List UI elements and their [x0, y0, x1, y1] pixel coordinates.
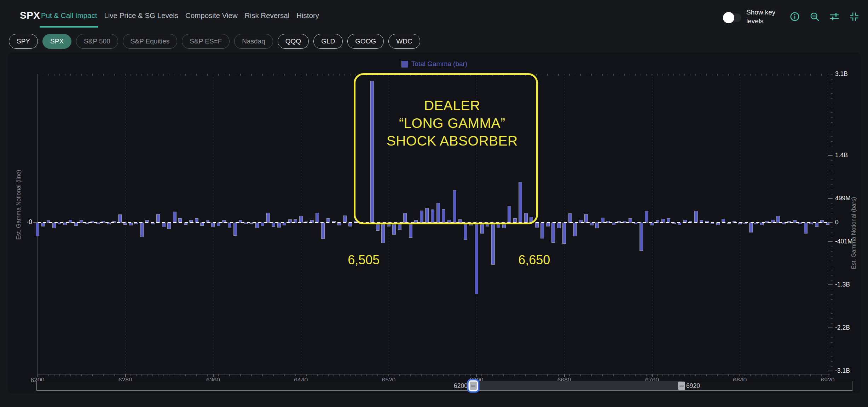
toggle-knob — [723, 12, 734, 23]
ticker-pill-s-p-equities[interactable]: S&P Equities — [123, 34, 178, 49]
slider-handle-right[interactable] — [678, 382, 685, 390]
y-tick-dash — [828, 371, 833, 371]
info-icon[interactable] — [789, 11, 800, 22]
tune-icon[interactable] — [829, 11, 840, 22]
x-gridline — [301, 74, 301, 374]
gamma-bar — [540, 223, 544, 238]
gamma-bar — [211, 223, 215, 227]
ticker-pill-spx[interactable]: SPX — [42, 34, 71, 49]
ticker-pill-row: SPYSPXS&P 500S&P EquitiesS&P ES=FNasdaqQ… — [9, 34, 420, 49]
gamma-bar — [694, 211, 698, 223]
ticker-pill-qqq[interactable]: QQQ — [278, 34, 309, 49]
slider-to-label: 6920 — [686, 382, 700, 390]
y-axis-right-title: Est. Gamma Notional (bars) — [850, 194, 857, 272]
gamma-bar — [140, 223, 144, 237]
gamma-bar — [348, 223, 352, 226]
ticker-pill-spy[interactable]: SPY — [9, 34, 38, 49]
tab-bar: Put & Call ImpactLive Price & SG LevelsC… — [41, 11, 319, 25]
plot-area[interactable]: 3.1B1.4B499M0-401M-1.3B-2.2B-3.1B-062006… — [8, 52, 861, 394]
tab-composite-view[interactable]: Composite View — [185, 11, 238, 25]
gamma-bar — [36, 223, 39, 236]
gamma-bar — [74, 223, 78, 226]
gamma-bar — [343, 216, 347, 223]
slider-selected-range[interactable] — [473, 381, 682, 390]
zoom-out-icon[interactable] — [809, 11, 820, 22]
gamma-bar — [255, 223, 259, 228]
tab-history[interactable]: History — [296, 11, 319, 25]
gamma-bar — [475, 223, 478, 294]
y-axis-minor-ticks — [831, 74, 833, 374]
annotation-box: DEALER“LONG GAMMA”SHOCK ABSORBER — [354, 73, 538, 224]
ticker-pill-goog[interactable]: GOOG — [347, 34, 384, 49]
ticker-pill-nasdaq[interactable]: Nasdaq — [234, 34, 273, 49]
gamma-bar — [650, 223, 654, 225]
gamma-bar — [584, 214, 588, 223]
gamma-bar — [640, 223, 643, 251]
y-tick-label: -1.3B — [835, 281, 850, 288]
chart-panel: Total Gamma (bar) 3.1B1.4B499M0-401M-1.3… — [8, 52, 861, 394]
ticker-pill-gld[interactable]: GLD — [313, 34, 343, 49]
show-key-levels-toggle[interactable] — [724, 13, 741, 22]
y-tick-dash — [828, 222, 833, 223]
y-tick-label: 3.1B — [835, 70, 848, 78]
gamma-bar — [601, 218, 604, 223]
gamma-bar — [129, 223, 133, 225]
tab-put-call-impact[interactable]: Put & Call Impact — [41, 11, 97, 25]
annotation-strike-label: 6,505 — [348, 253, 380, 267]
annotation-line: SHOCK ABSORBER — [387, 132, 518, 150]
gamma-bar — [491, 223, 495, 265]
gamma-bar — [217, 223, 220, 226]
gamma-bar — [381, 223, 385, 243]
gamma-bar — [535, 223, 539, 228]
gamma-bar — [557, 223, 561, 228]
y-tick-label: 0 — [835, 219, 839, 226]
gamma-bar — [568, 213, 572, 223]
gamma-bar — [118, 214, 122, 223]
toolbar: Show key levels — [724, 8, 860, 25]
gamma-bar — [173, 212, 177, 223]
app-header: SPX Put & Call ImpactLive Price & SG Lev… — [0, 0, 868, 52]
y-tick-dash — [828, 284, 833, 285]
ticker-pill-wdc[interactable]: WDC — [388, 34, 420, 49]
slider-from-label: 6200 — [439, 382, 468, 390]
annotation-line: “LONG GAMMA” — [399, 114, 505, 132]
gamma-bar — [409, 223, 412, 238]
x-axis-minor-ticks — [37, 374, 830, 376]
collapse-icon[interactable] — [849, 11, 860, 22]
gamma-bar — [562, 223, 566, 244]
ticker-pill-s-p-500[interactable]: S&P 500 — [76, 34, 118, 49]
gamma-bar — [266, 213, 270, 223]
y-tick-label: 499M — [835, 195, 851, 202]
gamma-bar — [52, 223, 56, 228]
gamma-bar — [63, 223, 67, 225]
gamma-bar — [749, 223, 753, 232]
gamma-bar — [316, 213, 319, 223]
gamma-bar — [200, 223, 204, 226]
gamma-bar — [228, 223, 231, 228]
slider-handle-left[interactable] — [470, 382, 477, 390]
gamma-bar — [595, 223, 599, 228]
annotation-line: DEALER — [424, 97, 480, 114]
gamma-bar — [277, 223, 281, 228]
gamma-bar — [283, 223, 286, 225]
gamma-bar — [321, 223, 325, 239]
left-zero-dash — [33, 222, 38, 223]
tab-risk-reversal[interactable]: Risk Reversal — [245, 11, 289, 25]
gamma-bar — [590, 223, 594, 225]
gamma-bar — [261, 223, 264, 226]
gamma-bar — [167, 223, 171, 229]
y-tick-dash — [828, 198, 833, 199]
tab-live-price-sg-levels[interactable]: Live Price & SG Levels — [104, 11, 178, 25]
gamma-bar — [760, 223, 764, 225]
symbol-title: SPX — [20, 10, 40, 21]
gamma-bar — [776, 216, 780, 223]
ticker-pill-s-p-es-f[interactable]: S&P ES=F — [182, 34, 230, 49]
y-axis-left-title: Est. Gamma Notional (line) — [15, 166, 22, 244]
toggle-label: Show key levels — [746, 8, 780, 25]
gamma-bar — [156, 214, 160, 223]
gamma-bar — [299, 216, 303, 223]
y-tick-label: -2.2B — [835, 324, 850, 331]
gamma-bar — [41, 223, 45, 226]
gamma-bar — [162, 223, 166, 227]
gamma-bar — [678, 223, 681, 225]
